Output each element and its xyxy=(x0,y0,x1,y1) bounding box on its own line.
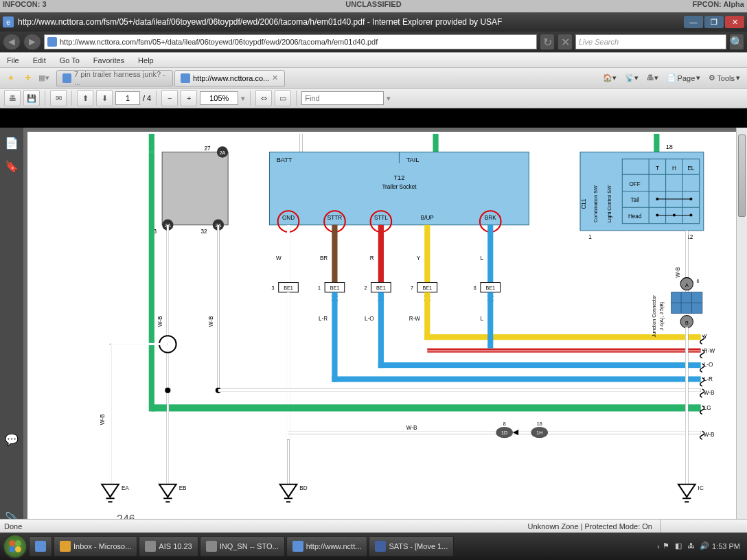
svg-text:7: 7 xyxy=(411,285,413,291)
feeds-button[interactable]: 📡▾ xyxy=(621,71,643,86)
pdf-next-page-icon[interactable]: ⬇ xyxy=(96,90,113,106)
tray-network-icon[interactable]: 🖧 xyxy=(687,541,697,551)
status-left: Done xyxy=(4,522,520,530)
svg-text:BD: BD xyxy=(299,485,307,491)
svg-rect-99 xyxy=(149,152,154,412)
pdf-zoom-input[interactable] xyxy=(200,91,238,105)
svg-text:OFF: OFF xyxy=(630,181,641,187)
tray-chevron-icon[interactable]: ‹ xyxy=(657,542,660,550)
pdf-find-input[interactable] xyxy=(301,91,384,105)
vertical-scrollbar[interactable] xyxy=(736,128,747,533)
tray-icon[interactable]: ⚑ xyxy=(663,541,672,551)
taskbar-item-inq[interactable]: INQ_SN -- STO... xyxy=(200,536,285,557)
taskbar-item-sats[interactable]: SATS - [Move 1... xyxy=(369,536,454,557)
address-bar[interactable]: http://www.ncttora.com/fsm/05+/data/ilea… xyxy=(44,34,537,49)
tab-close-icon[interactable]: ✕ xyxy=(272,73,279,82)
scrollbar-thumb[interactable] xyxy=(738,135,746,217)
infocon-label: INFOCON: 3 xyxy=(0,0,246,12)
address-row: ◄ ► http://www.ncttora.com/fsm/05+/data/… xyxy=(0,32,747,52)
svg-text:2A: 2A xyxy=(220,150,226,156)
app-icon xyxy=(206,541,217,552)
system-tray[interactable]: ‹ ⚑ ◧ 🖧 🔊 1:53 PM xyxy=(653,541,744,551)
tray-volume-icon[interactable]: 🔊 xyxy=(700,541,709,551)
pdf-print-icon[interactable]: 🖶 xyxy=(4,90,21,106)
search-placeholder: Live Search xyxy=(579,38,619,46)
taskbar-item-ais[interactable]: AIS 10.23 xyxy=(139,536,198,557)
svg-text:BATT: BATT xyxy=(277,156,292,163)
taskbar-item-inbox[interactable]: Inbox - Microso... xyxy=(54,536,137,557)
tools-menu-button[interactable]: ⚙ Tools ▾ xyxy=(704,71,744,86)
pdf-mail-icon[interactable]: ✉ xyxy=(50,90,67,106)
minimize-button[interactable]: — xyxy=(684,16,703,28)
tray-clock[interactable]: 1:53 PM xyxy=(712,542,740,550)
forward-button[interactable]: ► xyxy=(23,34,41,50)
svg-text:Light Control SW: Light Control SW xyxy=(607,185,612,222)
svg-rect-88 xyxy=(424,334,700,340)
page-menu-button[interactable]: 📄 Page ▾ xyxy=(663,71,705,86)
tray-icon[interactable]: ◧ xyxy=(675,541,685,551)
svg-text:1D: 1D xyxy=(501,430,507,436)
maximize-button[interactable]: ❐ xyxy=(704,16,724,28)
address-text: http://www.ncttora.com/fsm/05+/data/ilea… xyxy=(60,38,378,46)
pdf-prev-page-icon[interactable]: ⬆ xyxy=(77,90,93,106)
menu-edit[interactable]: Edit xyxy=(26,56,53,65)
svg-text:L-O: L-O xyxy=(704,362,713,368)
svg-rect-92 xyxy=(378,362,701,368)
favorites-star-icon[interactable]: ★ xyxy=(4,71,18,85)
menu-goto[interactable]: Go To xyxy=(53,56,87,65)
svg-text:W-B: W-B xyxy=(157,316,163,327)
svg-text:L: L xyxy=(480,255,483,261)
pages-panel-icon[interactable]: 📄 xyxy=(5,136,19,150)
pdf-fit-page-icon[interactable]: ▭ xyxy=(275,90,291,106)
close-button[interactable]: ✕ xyxy=(725,16,744,28)
quick-tabs-icon[interactable]: ▦▾ xyxy=(37,71,51,85)
taskbar-item-ie[interactable] xyxy=(29,536,52,557)
app-icon xyxy=(375,541,386,552)
status-zone: Unknown Zone | Protected Mode: On xyxy=(520,522,660,530)
windows-logo-icon xyxy=(8,539,23,554)
svg-text:W-B: W-B xyxy=(208,316,214,327)
back-button[interactable]: ◄ xyxy=(3,34,21,50)
svg-text:GND: GND xyxy=(282,215,295,221)
pdf-page-total: / 4 xyxy=(143,94,151,102)
tab-1[interactable]: http://www.ncttora.co... ✕ xyxy=(174,70,285,86)
home-button[interactable]: 🏠▾ xyxy=(599,71,621,86)
pdf-zoom-out-icon[interactable]: − xyxy=(161,90,178,106)
search-go-button[interactable]: 🔍 xyxy=(729,34,744,50)
status-bar: Done Unknown Zone | Protected Mode: On xyxy=(0,519,747,533)
svg-text:A: A xyxy=(685,283,689,288)
pdf-zoom-in-icon[interactable]: + xyxy=(181,90,197,106)
search-box[interactable]: Live Search xyxy=(575,34,726,49)
pdf-save-icon[interactable]: 💾 xyxy=(23,90,40,106)
svg-text:Combination SW: Combination SW xyxy=(593,185,599,222)
svg-rect-131 xyxy=(288,431,701,434)
pdf-fit-width-icon[interactable]: ⇔ xyxy=(255,90,272,106)
svg-rect-119 xyxy=(287,439,289,484)
print-button[interactable]: 🖶▾ xyxy=(643,71,663,86)
svg-text:R-W: R-W xyxy=(409,316,421,322)
taskbar-item-ie2[interactable]: http://www.nctt... xyxy=(286,536,368,557)
svg-text:L-O: L-O xyxy=(365,316,374,322)
svg-text:Trailer Socket: Trailer Socket xyxy=(382,184,417,190)
svg-text:3: 3 xyxy=(272,285,275,291)
stop-button[interactable]: ✕ xyxy=(558,34,573,50)
ie-icon: e xyxy=(3,16,14,27)
svg-text:W: W xyxy=(276,255,281,261)
menu-file[interactable]: File xyxy=(0,56,26,65)
pdf-viewport[interactable]: 18 27 2A 33 2A 32 2A BATT TAIL T12 Trail… xyxy=(23,128,747,533)
tab-0[interactable]: 7 pin trailer harness junk? - ... xyxy=(56,70,173,86)
fpcon-label: FPCON: Alpha xyxy=(501,0,747,12)
start-button[interactable] xyxy=(3,534,27,559)
svg-text:EL: EL xyxy=(687,165,694,172)
refresh-button[interactable]: ↻ xyxy=(540,34,555,50)
add-favorite-icon[interactable]: ✚ xyxy=(21,71,34,85)
bookmarks-panel-icon[interactable]: 🔖 xyxy=(5,159,19,173)
comments-panel-icon[interactable]: 💬 xyxy=(5,432,19,446)
menu-help[interactable]: Help xyxy=(131,56,161,65)
svg-text:T: T xyxy=(656,165,659,172)
svg-text:L: L xyxy=(480,316,483,322)
svg-rect-93 xyxy=(378,292,384,368)
menu-favorites[interactable]: Favorites xyxy=(87,56,131,65)
svg-point-59 xyxy=(689,213,692,216)
pdf-page-input[interactable] xyxy=(115,91,140,105)
